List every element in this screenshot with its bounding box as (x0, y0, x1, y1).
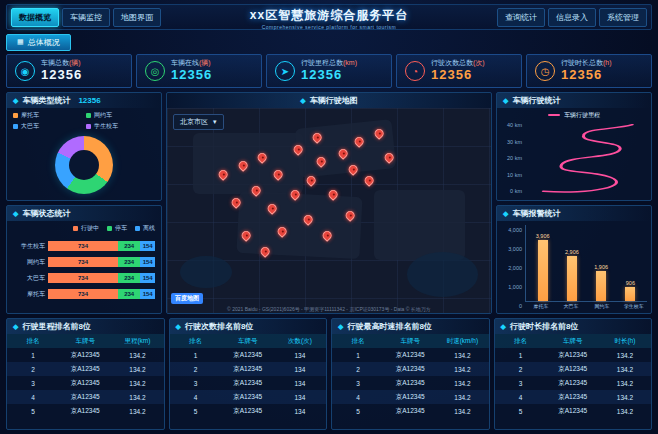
table-cell: 京A12345 (384, 376, 436, 390)
table-cell: 134.2 (436, 376, 488, 390)
panel-icon: ◆ (503, 210, 508, 218)
table-cell: 5 (495, 404, 547, 418)
legend-swatch (13, 113, 18, 118)
bar-segment: 234 (118, 257, 140, 267)
table-cell: 134 (274, 362, 326, 376)
table-cell: 5 (332, 404, 384, 418)
line-chart-y-axis: 40 km30 km20 km10 km0 km (501, 120, 525, 196)
bar-segment: 234 (118, 241, 140, 251)
bar-value-label: 906 (626, 280, 635, 286)
table-row: 5京A12345134 (170, 404, 327, 418)
right-nav: 查询统计 信息录入 系统管理 (497, 8, 647, 27)
table-cell: 京A12345 (384, 390, 436, 404)
y-tick: 30 km (501, 139, 522, 145)
category-label: 大巴车 (563, 303, 579, 309)
panel-title: 行驶最高时速排名前8位 (347, 321, 431, 332)
table-cell: 京A12345 (222, 404, 274, 418)
panel-title: 行驶里程排名前8位 (22, 321, 90, 332)
stat-unit: (km) (343, 59, 357, 66)
table-row: 2京A12345134 (170, 362, 327, 376)
table-cell: 京A12345 (222, 348, 274, 362)
y-tick: 1,000 (501, 284, 522, 290)
table-row: 3京A12345134.2 (332, 376, 489, 390)
stat-value: 12356 (301, 67, 357, 83)
table-cell: 1 (170, 348, 222, 362)
column-header: 排名 (7, 334, 59, 348)
page-title: xx区智慧旅游综合服务平台 (250, 7, 408, 24)
bar-segment: 154 (140, 241, 155, 251)
baidu-map-logo: 百度地图 (171, 293, 203, 304)
nav-map-view-button[interactable]: 地图界面 (113, 8, 161, 27)
panel-title: 车辆行驶统计 (512, 95, 560, 106)
table-row: 4京A12345134.2 (495, 390, 652, 404)
panel-vehicle-status: ◆ 车辆状态统计 行驶中停车离线 学生校车734234154网约车7342341… (6, 205, 162, 314)
legend-swatch (107, 226, 112, 231)
page-subtitle: Comprehensive service platform for smart… (250, 24, 408, 30)
map-district-shape (374, 190, 465, 260)
table-cell: 134.2 (599, 362, 651, 376)
mileage-ranking-table: 排名车牌号里程(km)1京A12345134.22京A12345134.23京A… (7, 334, 164, 418)
legend-swatch (86, 124, 91, 129)
table-cell: 134.2 (436, 390, 488, 404)
map-region-select[interactable]: 北京市区 ▾ (173, 114, 224, 130)
stat-label: 行驶次数总数 (431, 59, 473, 66)
table-cell: 京A12345 (59, 362, 111, 376)
table-cell: 134.2 (599, 348, 651, 362)
column-header: 车牌号 (384, 334, 436, 348)
top-header: 数据概览 车辆监控 地图界面 xx区智慧旅游综合服务平台 Comprehensi… (6, 4, 652, 30)
bar-segment: 234 (118, 289, 140, 299)
nav-info-entry-button[interactable]: 信息录入 (548, 8, 596, 27)
chevron-down-icon: ▾ (213, 118, 217, 126)
panel-icon: ◆ (13, 97, 18, 105)
table-row: 4京A12345134.2 (332, 390, 489, 404)
map-water-shape (407, 252, 478, 297)
ranking-tables-row: ◆ 行驶里程排名前8位 排名车牌号里程(km)1京A12345134.22京A1… (6, 318, 652, 430)
table-cell: 134 (274, 348, 326, 362)
y-tick: 4,000 (501, 227, 522, 233)
table-cell: 134.2 (111, 390, 163, 404)
panel-title: 车辆行驶地图 (310, 95, 358, 106)
map-canvas[interactable]: 北京市区 ▾ 百度地图 © 2021 Baidu - GS(2021)6026号… (167, 108, 491, 313)
y-tick: 0 (501, 303, 522, 309)
nav-query-stats-button[interactable]: 查询统计 (497, 8, 545, 27)
bar-value-label: 1,906 (594, 264, 608, 270)
nav-vehicle-monitor-button[interactable]: 车辆监控 (62, 8, 110, 27)
category-label: 网约车 (594, 303, 610, 309)
column-header: 车牌号 (59, 334, 111, 348)
column-header: 排名 (170, 334, 222, 348)
y-tick: 10 km (501, 172, 522, 178)
stat-label: 行驶里程总数 (301, 59, 343, 66)
table-cell: 京A12345 (547, 390, 599, 404)
clock-icon: ◷ (535, 61, 555, 81)
stat-card-vehicle-online: ◎ 车辆在线(辆) 12356 (136, 54, 262, 88)
map-water-shape (180, 256, 232, 289)
table-cell: 4 (495, 390, 547, 404)
table-cell: 京A12345 (59, 404, 111, 418)
stat-card-trip-count-total: ◔ 行驶次数总数(次) 12356 (396, 54, 522, 88)
table-row: 3京A12345134.2 (7, 376, 164, 390)
map-marker-pin[interactable] (363, 174, 376, 187)
stat-label: 行驶时长总数 (561, 59, 603, 66)
legend-item: 离线 (135, 224, 155, 233)
legend-item: 停车 (107, 224, 127, 233)
table-cell: 京A12345 (547, 404, 599, 418)
table-row: 2京A12345134.2 (495, 362, 652, 376)
stat-unit: (次) (473, 59, 485, 66)
stat-cards-row: ◉ 车辆总数(辆) 12356 ◎ 车辆在线(辆) 12356 ➤ 行驶里程总数… (6, 54, 652, 88)
map-district-shape (237, 191, 363, 259)
bus-icon: ◉ (15, 61, 35, 81)
panel-icon: ◆ (176, 323, 181, 331)
left-nav: 数据概览 车辆监控 地图界面 (11, 8, 161, 27)
legend-item: 行驶中 (73, 224, 99, 233)
nav-system-admin-button[interactable]: 系统管理 (599, 8, 647, 27)
nav-data-overview-button[interactable]: 数据概览 (11, 8, 59, 27)
grid-icon: ▦ (17, 38, 24, 46)
dashboard-root: 数据概览 车辆监控 地图界面 xx区智慧旅游综合服务平台 Comprehensi… (0, 0, 658, 434)
category-label: 学生校车 (13, 242, 45, 251)
bar-segment: 154 (140, 257, 155, 267)
counter-icon: ◔ (405, 61, 425, 81)
legend-item: 摩托车 (13, 111, 82, 120)
category-label: 摩托车 (13, 290, 45, 299)
table-cell: 2 (7, 362, 59, 376)
tab-overview[interactable]: ▦ 总体概况 (6, 34, 71, 51)
